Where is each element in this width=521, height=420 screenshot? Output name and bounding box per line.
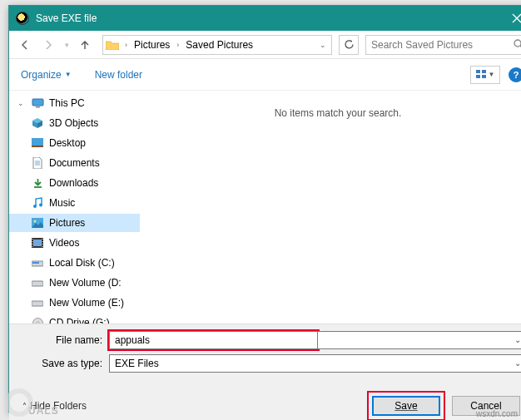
tree-node[interactable]: 3D Objects [9, 114, 140, 132]
drive-icon [31, 256, 44, 269]
save-dialog: Save EXE file ▾ › Pictures › Saved Pictu… [8, 5, 521, 413]
tree-node[interactable]: Music [9, 194, 140, 212]
tree-node-pictures[interactable]: Pictures [9, 214, 140, 232]
drive-icon [31, 276, 44, 289]
view-icon [476, 70, 487, 79]
save-panel: File name: appuals ⌄ Save as type: EXE F… [9, 324, 521, 420]
organize-menu[interactable]: Organize ▼ [21, 69, 72, 81]
back-button[interactable] [14, 34, 36, 56]
filetype-select[interactable]: EXE Files ⌄ [109, 354, 521, 373]
view-options-button[interactable]: ▼ [470, 66, 500, 84]
music-icon [31, 196, 44, 210]
tree-node[interactable]: Desktop [9, 134, 140, 152]
tree-node[interactable]: Downloads [9, 174, 140, 192]
file-list: No items match your search. [141, 91, 521, 324]
arrow-up-icon [79, 39, 91, 51]
app-icon [16, 12, 29, 25]
breadcrumb-seg[interactable]: Pictures [131, 36, 173, 54]
source-watermark: wsxdn.com [476, 409, 518, 418]
tree-node[interactable]: Documents [9, 154, 140, 172]
picture-icon [31, 216, 44, 230]
command-bar: Organize ▼ New folder ▼ ? [9, 59, 521, 91]
svg-rect-4 [482, 75, 486, 78]
tree-node[interactable]: CD Drive (G:) [9, 314, 140, 324]
help-button[interactable]: ? [509, 67, 521, 82]
filename-combo-ext[interactable]: ⌄ [318, 331, 522, 349]
cube-icon [31, 116, 44, 130]
collapse-icon[interactable]: ⌄ [17, 99, 26, 107]
chevron-down-icon[interactable]: ⌄ [320, 41, 331, 49]
chevron-down-icon: ▼ [65, 71, 72, 78]
download-icon [31, 176, 44, 190]
svg-rect-3 [476, 75, 480, 78]
content-area: ⌄ This PC 3D Objects Desktop Documents D… [9, 91, 521, 324]
arrow-left-icon [19, 39, 31, 51]
chevron-down-icon: ⌄ [514, 335, 521, 344]
search-input[interactable]: Search Saved Pictures [365, 35, 521, 55]
tree-node-this-pc[interactable]: ⌄ This PC [9, 94, 140, 112]
breadcrumb[interactable]: › Pictures › Saved Pictures ⌄ [102, 35, 332, 55]
save-button[interactable]: Save [372, 396, 440, 416]
svg-rect-5 [32, 99, 43, 106]
filename-input[interactable]: appuals [109, 331, 318, 349]
arrow-right-icon [42, 39, 54, 51]
filetype-label: Save as type: [19, 358, 109, 369]
nav-tree[interactable]: ⌄ This PC 3D Objects Desktop Documents D… [9, 91, 141, 324]
close-button[interactable] [499, 6, 521, 31]
desktop-icon [31, 136, 44, 150]
chevron-down-icon: ▼ [489, 71, 495, 78]
svg-point-9 [33, 205, 37, 208]
recent-button[interactable]: ▾ [61, 34, 72, 56]
up-button[interactable] [74, 34, 96, 56]
search-placeholder: Search Saved Pictures [371, 39, 473, 51]
chevron-right-icon: › [122, 41, 131, 49]
folder-icon [103, 36, 122, 54]
svg-rect-1 [476, 70, 480, 73]
tree-node[interactable]: Videos [9, 234, 140, 252]
svg-rect-18 [32, 301, 43, 306]
svg-point-20 [37, 322, 39, 324]
drive-icon [31, 296, 44, 309]
breadcrumb-seg[interactable]: Saved Pictures [182, 36, 256, 54]
chevron-right-icon: › [173, 41, 182, 49]
tree-node[interactable]: New Volume (E:) [9, 294, 140, 312]
video-icon [31, 236, 44, 250]
document-icon [31, 156, 44, 170]
close-icon [512, 13, 521, 23]
chevron-down-icon: ⌄ [514, 358, 521, 368]
svg-rect-17 [32, 281, 43, 286]
svg-rect-6 [36, 106, 40, 108]
nav-bar: ▾ › Pictures › Saved Pictures ⌄ Search S… [9, 31, 521, 59]
window-title: Save EXE file [36, 12, 499, 24]
empty-message: No items match your search. [275, 107, 402, 119]
refresh-button[interactable] [339, 35, 359, 55]
tree-node[interactable]: New Volume (D: [9, 274, 140, 292]
svg-rect-7 [32, 138, 43, 146]
svg-rect-2 [482, 70, 486, 73]
svg-point-0 [514, 40, 521, 47]
search-icon [514, 39, 521, 50]
filename-label: File name: [19, 334, 109, 346]
forward-button[interactable] [37, 34, 59, 56]
computer-icon [31, 96, 44, 110]
titlebar: Save EXE file [9, 6, 521, 31]
svg-rect-16 [32, 262, 39, 264]
svg-point-10 [39, 204, 42, 207]
highlight-box: Save [367, 391, 445, 420]
refresh-icon [344, 39, 355, 50]
watermark-logo: UALS [0, 374, 83, 420]
new-folder-button[interactable]: New folder [95, 69, 142, 81]
svg-rect-14 [33, 240, 42, 246]
tree-node[interactable]: Local Disk (C:) [9, 254, 140, 272]
cd-icon [31, 316, 44, 324]
svg-rect-8 [32, 146, 43, 147]
svg-point-12 [34, 220, 37, 223]
